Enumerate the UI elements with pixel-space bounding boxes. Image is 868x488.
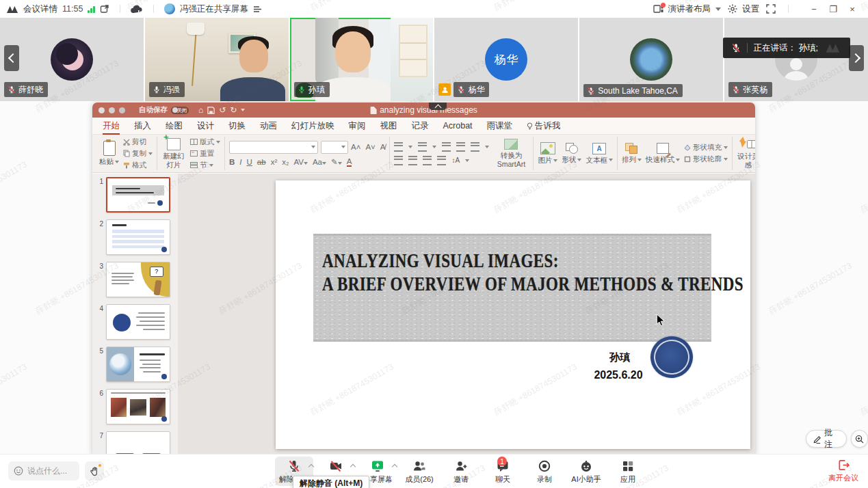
increase-font-button[interactable]: A˄ <box>351 143 360 151</box>
new-slide-button[interactable]: 新建幻灯片 <box>161 138 186 168</box>
slide-thumbnail-2[interactable] <box>106 219 170 255</box>
ppt-tab-幻灯片放映[interactable]: 幻灯片放映 <box>291 120 334 132</box>
slide-thumbnail-6[interactable] <box>106 389 170 424</box>
slide-thumbnail-5[interactable] <box>106 347 170 382</box>
chevron-up-icon[interactable] <box>308 464 314 470</box>
textbox-button[interactable]: A 文本框 <box>586 143 613 164</box>
open-external-icon[interactable] <box>100 4 109 14</box>
录制-button[interactable]: 录制 <box>525 457 564 486</box>
home-icon[interactable]: ⌂ <box>198 106 203 114</box>
undo-icon[interactable]: ↺ <box>219 106 226 114</box>
slide-thumbnail-7[interactable] <box>106 431 170 455</box>
quick-styles-button[interactable]: 快速样式 <box>646 143 680 163</box>
bullets-button[interactable] <box>394 142 403 152</box>
bold-button[interactable]: B <box>229 158 235 166</box>
ppt-tab-记录[interactable]: 记录 <box>412 120 429 132</box>
slide-thumbnail-1[interactable] <box>106 177 170 213</box>
clear-format-button[interactable]: A̸ <box>380 143 386 151</box>
italic-button[interactable]: I <box>239 158 241 166</box>
save-icon[interactable] <box>207 107 215 114</box>
AI小助手-button[interactable]: AI小助手 <box>567 457 605 486</box>
format-painter-button[interactable]: 格式 <box>123 161 153 170</box>
indent-increase-button[interactable] <box>456 142 465 152</box>
line-spacing-button[interactable] <box>471 142 479 152</box>
cut-button[interactable]: 剪切 <box>123 137 153 147</box>
text-direction-button[interactable]: ↕A <box>451 157 460 164</box>
window-dot[interactable] <box>109 107 115 113</box>
arrange-button[interactable]: 排列 <box>622 143 642 163</box>
participant-tile-yang[interactable]: 杨华杨华 <box>434 18 578 101</box>
picture-button[interactable]: 图片 <box>538 142 557 164</box>
meeting-details-button[interactable]: 会议详情 <box>23 3 57 15</box>
strikethrough-button[interactable]: ab <box>257 158 266 166</box>
ppt-tab-绘图[interactable]: 绘图 <box>166 120 183 132</box>
ppt-tab-Acrobat[interactable]: Acrobat <box>443 121 473 131</box>
应用-button[interactable]: 应用 <box>609 457 647 486</box>
font-name-select[interactable] <box>229 141 318 154</box>
autosave-toggle[interactable]: 自动保存 关闭 <box>139 105 189 115</box>
design-ideas-button[interactable]: 设计灵感 <box>737 138 755 168</box>
window-dot[interactable] <box>119 107 125 113</box>
settings-button[interactable]: 设置 <box>728 3 759 15</box>
slide-thumbnail-4[interactable] <box>106 304 170 340</box>
ppt-tab-插入[interactable]: 插入 <box>134 120 151 132</box>
align-left-button[interactable] <box>394 156 403 165</box>
shapes-button[interactable]: 形状 <box>562 143 581 163</box>
font-color-button[interactable]: A <box>347 157 352 167</box>
strip-prev-button[interactable] <box>4 45 19 71</box>
cloud-record-icon[interactable] <box>131 5 143 14</box>
decrease-font-button[interactable]: A˅ <box>365 143 375 151</box>
indent-decrease-button[interactable] <box>442 142 451 152</box>
participant-tile-xue[interactable]: 薛舒晓 <box>0 18 144 101</box>
justify-button[interactable] <box>437 156 446 165</box>
close-button[interactable]: × <box>843 4 861 14</box>
ppt-tab-切换[interactable]: 切换 <box>228 120 246 132</box>
ppt-tab-雨课堂[interactable]: 雨课堂 <box>487 120 513 132</box>
slide-thumbnail-3[interactable]: ? <box>106 262 170 297</box>
participant-tile-feng[interactable]: 冯强 <box>145 18 289 101</box>
section-button[interactable]: 节 <box>190 161 220 170</box>
copy-button[interactable]: 复制 <box>123 149 153 159</box>
chevron-up-icon[interactable] <box>350 464 356 470</box>
strip-next-button[interactable] <box>849 45 864 71</box>
邀请-button[interactable]: 邀请 <box>442 457 480 486</box>
ppt-tab-开始[interactable]: 开始 <box>103 120 120 132</box>
成员(26)-button[interactable]: 成员(26) <box>400 457 438 486</box>
leave-meeting-button[interactable]: 离开会议 <box>828 459 858 483</box>
quick-chat-input[interactable]: 说点什么... <box>8 461 79 480</box>
ppt-tab-审阅[interactable]: 审阅 <box>349 120 366 132</box>
underline-button[interactable]: U <box>247 158 252 166</box>
font-size-select[interactable] <box>321 141 348 154</box>
sharing-list-icon[interactable] <box>253 5 262 13</box>
participant-tile-sun[interactable]: 孙瑱 <box>290 18 434 101</box>
fullscreen-icon[interactable] <box>766 4 776 14</box>
paste-button[interactable]: 粘贴 <box>99 141 119 165</box>
raise-hand-button[interactable] <box>85 461 104 480</box>
participant-tile-lake[interactable]: South Lake Tahoe,CA <box>579 18 723 101</box>
char-spacing-button[interactable]: AV <box>293 158 308 166</box>
superscript-button[interactable]: x² <box>271 158 278 166</box>
redo-icon[interactable]: ↻ <box>230 106 237 114</box>
ppt-tab-告诉我[interactable]: 告诉我 <box>527 120 561 132</box>
align-center-button[interactable] <box>408 156 417 165</box>
shape-fill-button[interactable]: 形状填充 <box>684 143 728 152</box>
reset-button[interactable]: 重置 <box>190 149 220 159</box>
ppt-tab-动画[interactable]: 动画 <box>260 120 277 132</box>
highlight-button[interactable]: ✎ <box>331 157 342 167</box>
align-right-button[interactable] <box>423 156 432 165</box>
numbering-button[interactable] <box>418 142 427 152</box>
participant-tile-zhang[interactable]: 张英杨 <box>724 18 868 101</box>
chevron-up-icon[interactable] <box>392 464 397 470</box>
layout-switch-button[interactable]: 演讲者布局 <box>653 3 722 15</box>
window-dot[interactable] <box>98 107 105 113</box>
minimize-button[interactable]: − <box>805 4 823 14</box>
ppt-tab-设计[interactable]: 设计 <box>197 120 214 132</box>
shape-outline-button[interactable]: 形状轮廓 <box>684 154 728 164</box>
strip-collapse-button[interactable] <box>429 103 447 110</box>
convert-smartart-button[interactable]: 转换为SmartArt <box>493 139 529 167</box>
ppt-tab-视图[interactable]: 视图 <box>380 120 397 132</box>
maximize-button[interactable]: ❐ <box>824 4 842 14</box>
annotate-button[interactable]: 批注 <box>806 430 847 448</box>
zoom-in-button[interactable] <box>851 430 868 448</box>
subscript-button[interactable]: x₂ <box>282 158 289 166</box>
